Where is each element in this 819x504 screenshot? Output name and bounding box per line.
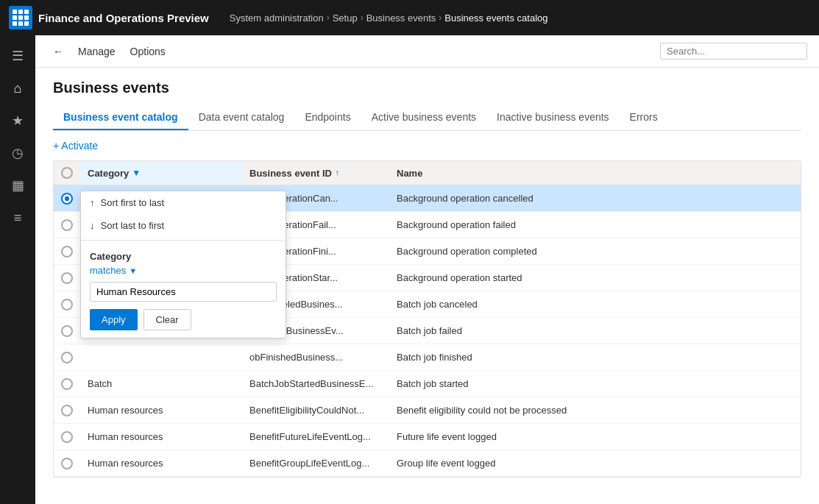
breadcrumb-sep-1: › [327, 13, 330, 23]
hamburger-menu-icon[interactable]: ☰ [3, 41, 32, 71]
page-title: Business events [53, 79, 801, 96]
manage-button[interactable]: Manage [72, 43, 121, 60]
tab-inactive-business-events[interactable]: Inactive business events [486, 105, 620, 130]
manage-label: Manage [78, 46, 116, 57]
event-id-sort-icon: ↑ [335, 168, 339, 178]
event-id-header-label: Business event ID [249, 168, 332, 179]
row-radio-circle-1 [61, 219, 73, 231]
tab-active-business-events[interactable]: Active business events [361, 105, 486, 130]
table-row[interactable]: Human resources BenefitFutureLifeEventLo… [54, 424, 801, 450]
row-event-id-6: obFinishedBusiness... [242, 344, 389, 370]
filter-matches-dropdown[interactable]: matches ▼ [90, 265, 277, 276]
filter-label: Category [90, 251, 277, 262]
page-content: Business events Business event catalog D… [35, 68, 819, 504]
row-category-10: Human resources [80, 450, 242, 476]
row-radio-3[interactable] [54, 265, 80, 291]
breadcrumb-item-4: Business events catalog [444, 13, 547, 24]
category-filter-popup: ↑ Sort first to last ↓ Sort last to firs… [80, 191, 286, 338]
row-event-id-10: BenefitGroupLifeEventLog... [242, 450, 389, 476]
row-name-10: Group life event logged [389, 450, 801, 476]
row-radio-2[interactable] [54, 238, 80, 264]
recent-icon[interactable]: ◷ [3, 138, 32, 168]
select-all-column[interactable] [54, 161, 80, 185]
tab-errors[interactable]: Errors [620, 105, 668, 130]
app-launcher-button[interactable] [9, 6, 32, 29]
breadcrumb-item-1[interactable]: System administration [230, 13, 324, 24]
activate-button[interactable]: + Activate [53, 140, 98, 152]
row-name-5: Batch job failed [389, 318, 801, 344]
row-name-6: Batch job finished [389, 344, 801, 370]
options-label: Options [130, 46, 166, 57]
row-radio-circle-9 [61, 431, 73, 443]
row-name-0: Background operation cancelled [389, 185, 801, 211]
table-row[interactable]: Batch BatchJobStartedBusinessE... Batch … [54, 371, 801, 397]
table-row[interactable]: Human resources BenefitGroupLifeEventLog… [54, 450, 801, 477]
category-sort-icon: ▼ [132, 168, 141, 178]
tab-data-event-catalog[interactable]: Data event catalog [188, 105, 295, 130]
sort-desc-label: Sort last to first [101, 220, 165, 231]
name-header-label: Name [397, 168, 422, 179]
row-category-7: Batch [80, 371, 242, 397]
breadcrumb-item-2[interactable]: Setup [333, 13, 358, 24]
events-table: Category ▼ Business event ID ↑ Name ↑ [53, 160, 801, 478]
tab-endpoints[interactable]: Endpoints [294, 105, 361, 130]
category-column-header[interactable]: Category ▼ [80, 161, 242, 185]
table-row[interactable]: Human resources BenefitEligibilityCouldN… [54, 397, 801, 424]
row-radio-1[interactable] [54, 212, 80, 238]
row-radio-10[interactable] [54, 450, 80, 476]
row-radio-8[interactable] [54, 397, 80, 423]
row-radio-circle-8 [61, 405, 73, 416]
search-input[interactable] [660, 43, 807, 60]
top-app-bar: Finance and Operations Preview System ad… [0, 0, 819, 35]
activate-label: + Activate [53, 140, 98, 152]
main-area: ← Manage Options Business events Busines… [35, 35, 819, 504]
row-radio-circle-5 [61, 325, 73, 337]
sort-asc-label: Sort first to last [101, 197, 165, 208]
breadcrumb-item-3[interactable]: Business events [366, 13, 436, 24]
event-id-column-header[interactable]: Business event ID ↑ [242, 161, 389, 185]
row-radio-7[interactable] [54, 371, 80, 397]
clear-filter-button[interactable]: Clear [143, 309, 191, 330]
row-radio-circle-7 [61, 378, 73, 390]
row-radio-6[interactable] [54, 344, 80, 370]
name-column-header[interactable]: Name [389, 161, 801, 185]
back-icon: ← [53, 46, 63, 57]
back-button[interactable]: ← [47, 43, 69, 60]
row-event-id-8: BenefitEligibilityCouldNot... [242, 397, 389, 423]
sort-asc-icon: ↑ [90, 197, 95, 208]
sort-desc-option[interactable]: ↓ Sort last to first [81, 214, 286, 237]
filter-input[interactable] [90, 282, 277, 302]
row-radio-circle-6 [61, 352, 73, 363]
row-event-id-7: BatchJobStartedBusinessE... [242, 371, 389, 397]
row-radio-4[interactable] [54, 291, 80, 317]
row-event-id-9: BenefitFutureLifeEventLog... [242, 424, 389, 450]
row-radio-circle-2 [61, 246, 73, 258]
workspaces-icon[interactable]: ▦ [3, 171, 32, 200]
sidebar: ☰ ⌂ ★ ◷ ▦ ≡ [0, 35, 35, 504]
breadcrumb: System administration › Setup › Business… [230, 13, 548, 24]
tab-business-event-catalog[interactable]: Business event catalog [53, 105, 188, 130]
row-name-7: Batch job started [389, 371, 801, 397]
row-name-2: Background operation completed [389, 238, 801, 264]
row-radio-5[interactable] [54, 318, 80, 344]
favorites-icon[interactable]: ★ [3, 106, 32, 135]
row-name-1: Background operation failed [389, 212, 801, 238]
filter-divider [81, 240, 286, 241]
apply-filter-button[interactable]: Apply [90, 309, 138, 330]
row-radio-circle-3 [61, 272, 73, 284]
row-category-8: Human resources [80, 397, 242, 423]
tab-bar: Business event catalog Data event catalo… [53, 105, 801, 131]
filter-buttons: Apply Clear [90, 309, 277, 330]
modules-icon[interactable]: ≡ [3, 203, 32, 233]
matches-label: matches [90, 265, 126, 276]
home-icon[interactable]: ⌂ [3, 74, 32, 103]
table-row[interactable]: obFinishedBusiness... Batch job finished [54, 344, 801, 371]
row-category-9: Human resources [80, 424, 242, 450]
options-button[interactable]: Options [124, 43, 171, 60]
row-radio-9[interactable] [54, 424, 80, 450]
row-name-4: Batch job canceled [389, 291, 801, 317]
row-name-8: Benefit eligibility could not be process… [389, 397, 801, 423]
row-name-9: Future life event logged [389, 424, 801, 450]
sort-asc-option[interactable]: ↑ Sort first to last [81, 191, 286, 214]
row-radio-0[interactable] [54, 185, 80, 211]
